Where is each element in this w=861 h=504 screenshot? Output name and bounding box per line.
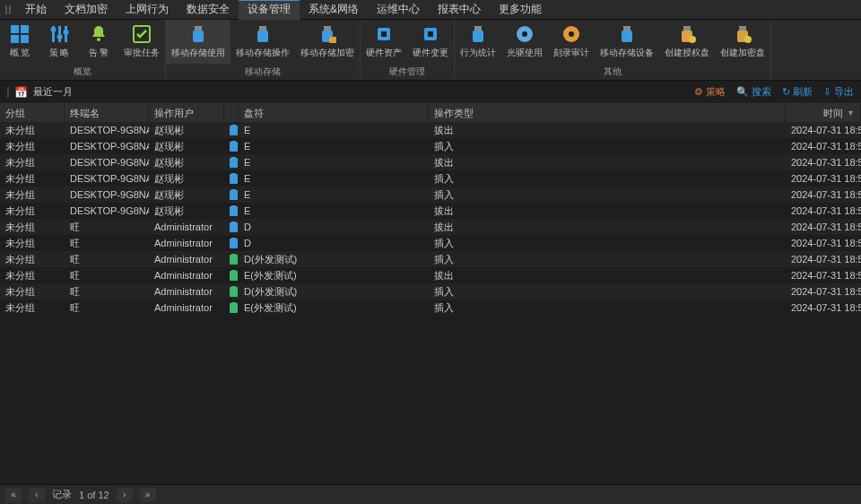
ribbon-btn-硬件资产[interactable]: 硬件资产 [361,20,407,64]
col-user[interactable]: 操作用户 [149,104,224,122]
cell-host: DESKTOP-9G8NA80 [65,157,149,168]
last-page-button[interactable]: » [140,488,156,502]
cell-type: 插入 [429,172,786,186]
ribbon-btn-光驱使用[interactable]: 光驱使用 [501,20,548,64]
table-row[interactable]: 未分组旺AdministratorD(外发测试)插入2024-07-31 18:… [0,251,861,267]
col-host[interactable]: 终端名 [65,104,149,122]
ribbon-btn-告 警[interactable]: 告 警 [79,20,118,64]
bell-icon [88,23,109,45]
menu-7[interactable]: 报表中心 [429,0,490,20]
export-icon: ⇩ [823,86,831,98]
svg-point-10 [97,38,100,41]
ribbon-btn-创建加密盘[interactable]: 创建加密盘 [715,20,770,64]
cell-group: 未分组 [0,221,65,234]
ribbon-btn-概 览[interactable]: 概 览 [0,20,39,64]
grid-icon [9,23,30,45]
col-drive[interactable]: 盘符 [239,104,429,122]
ribbon-group-title: 硬件管理 [361,64,454,80]
table-row[interactable]: 未分组旺AdministratorD拔出2024-07-31 18:54:12 [0,219,861,235]
cell-time: 2024-07-31 18:54:00 [786,286,861,297]
log-table: 分组 终端名 操作用户 盘符 操作类型 时间 ▼ 未分组DESKTOP-9G8N… [0,104,861,481]
table-row[interactable]: 未分组DESKTOP-9G8NA80赵现彬E插入2024-07-31 18:56… [0,138,861,154]
cell-flag [224,141,239,152]
table-row[interactable]: 未分组旺AdministratorE(外发测试)插入2024-07-31 18:… [0,300,861,316]
cell-group: 未分组 [0,204,65,218]
usb-icon [230,206,238,216]
divider [7,87,9,98]
cell-type: 插入 [429,301,786,315]
usb-icon [230,287,238,297]
ribbon-btn-硬件变更[interactable]: 硬件变更 [407,20,454,64]
first-page-button[interactable]: « [5,488,22,502]
table-row[interactable]: 未分组旺AdministratorD插入2024-07-31 18:54:10 [0,235,861,251]
menu-5[interactable]: 系统&网络 [300,0,368,20]
svg-rect-30 [622,30,632,42]
usb-icon [616,23,638,45]
svg-rect-1 [21,25,29,33]
cell-flag [224,157,239,169]
svg-rect-2 [11,35,19,43]
cell-flag [224,222,239,233]
col-type[interactable]: 操作类型 [429,104,786,122]
cell-flag [224,302,239,314]
svg-point-9 [64,30,69,35]
prev-page-button[interactable]: ‹ [29,488,45,502]
usb-key-icon [732,23,753,45]
ribbon-btn-移动存储加密[interactable]: 移动存储加密 [295,20,360,64]
col-flag[interactable] [224,104,239,122]
sliders-icon: ⚙ [694,86,703,98]
menu-6[interactable]: 运维中心 [368,0,429,20]
table-row[interactable]: 未分组DESKTOP-9G8NA80赵现彬E拔出2024-07-31 18:56… [0,122,861,138]
cell-user: 赵现彬 [149,188,224,202]
ribbon-btn-创建授权盘[interactable]: 创建授权盘 [659,20,715,64]
ribbon-btn-移动存储操作[interactable]: 移动存储操作 [230,20,295,64]
cell-type: 插入 [429,140,786,153]
menu-3[interactable]: 数据安全 [178,0,239,20]
ribbon-label: 移动存储加密 [300,47,354,59]
menu-4[interactable]: 设备管理 [239,0,300,20]
usb-icon [467,23,489,45]
col-time[interactable]: 时间 ▼ [786,104,861,122]
ribbon-btn-刻录审计[interactable]: 刻录审计 [548,20,595,64]
record-label: 记录 [52,488,72,501]
table-row[interactable]: 未分组DESKTOP-9G8NA80赵现彬E插入2024-07-31 18:56… [0,170,861,187]
table-row[interactable]: 未分组DESKTOP-9G8NA80赵现彬E插入2024-07-31 18:56… [0,187,861,203]
col-group[interactable]: 分组 [0,104,65,122]
svg-rect-3 [21,35,29,43]
table-row[interactable]: 未分组DESKTOP-9G8NA80赵现彬E拔出2024-07-31 18:56… [0,203,861,219]
search-button[interactable]: 🔍 搜索 [736,85,771,99]
cell-flag [224,254,239,265]
refresh-button[interactable]: ↻ 刷新 [782,85,813,99]
svg-point-28 [569,31,574,37]
export-button[interactable]: ⇩ 导出 [823,85,854,99]
ribbon-btn-移动存储使用[interactable]: 移动存储使用 [166,20,230,64]
menu-2[interactable]: 上网行为 [117,0,178,20]
strategy-button[interactable]: ⚙ 策略 [694,85,726,99]
usb-key-icon [676,23,698,45]
cell-user: Administrator [149,238,224,248]
cell-host: 旺 [65,269,149,282]
menu-0[interactable]: 开始 [16,0,56,20]
cell-group: 未分组 [0,269,65,282]
menu-1[interactable]: 文档加密 [56,0,117,20]
table-row[interactable]: 未分组旺AdministratorE(外发测试)拔出2024-07-31 18:… [0,267,861,283]
cell-host: DESKTOP-9G8NA80 [65,125,149,135]
ribbon-label: 概 览 [10,47,30,59]
check-icon [131,23,152,45]
next-page-button[interactable]: › [117,488,133,502]
table-row[interactable]: 未分组DESKTOP-9G8NA80赵现彬E拔出2024-07-31 18:56… [0,154,861,170]
ribbon-btn-策 略[interactable]: 策 略 [39,20,79,64]
ribbon-btn-行为统计[interactable]: 行为统计 [455,20,501,64]
svg-rect-34 [739,26,746,30]
ribbon-label: 移动存储使用 [171,47,225,59]
filter-period[interactable]: 最近一月 [33,85,73,99]
sliders-icon [48,23,70,45]
cell-host: DESKTOP-9G8NA80 [65,205,149,216]
menu-8[interactable]: 更多功能 [490,0,551,20]
ribbon: 概 览策 略告 警审批任务概览移动存储使用移动存储操作移动存储加密移动存储硬件资… [0,20,861,81]
ribbon-group-title: 概览 [0,64,165,80]
table-row[interactable]: 未分组旺AdministratorD(外发测试)插入2024-07-31 18:… [0,283,861,300]
ribbon-btn-移动存储设备[interactable]: 移动存储设备 [595,20,659,64]
ribbon-btn-审批任务[interactable]: 审批任务 [118,20,165,64]
usb-lock-icon [317,23,338,45]
